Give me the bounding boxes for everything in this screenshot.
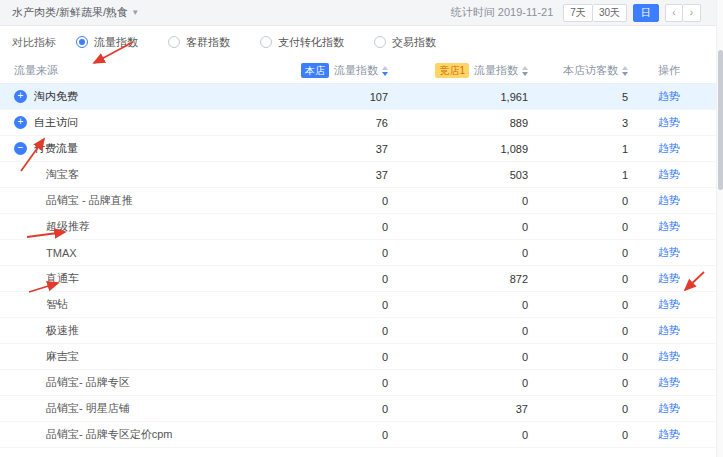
comp-index-value: 1,961 <box>393 91 533 103</box>
table-row[interactable]: 直通车 0 872 0 趋势 <box>0 266 723 292</box>
radio-icon <box>260 36 272 48</box>
trend-link[interactable]: 趋势 <box>658 246 680 258</box>
expand-icon[interactable]: + <box>14 116 27 129</box>
table-row[interactable]: − 付费流量 37 1,089 1 趋势 <box>0 136 723 162</box>
trend-link[interactable]: 趋势 <box>658 402 680 414</box>
own-visitors-value: 0 <box>533 351 633 363</box>
table-row[interactable]: 淘宝客 37 503 1 趋势 <box>0 162 723 188</box>
traffic-source-label: 超级推荐 <box>46 219 90 234</box>
trend-link[interactable]: 趋势 <box>658 272 680 284</box>
expand-icon[interactable]: + <box>14 90 27 103</box>
prev-date-button[interactable]: ‹ <box>665 4 683 22</box>
trend-link[interactable]: 趋势 <box>658 142 680 154</box>
radio-label: 流量指数 <box>94 35 138 50</box>
radio-label: 客群指数 <box>186 35 230 50</box>
trend-link[interactable]: 趋势 <box>658 116 680 128</box>
trend-link[interactable]: 趋势 <box>658 298 680 310</box>
own-index-value: 0 <box>278 273 393 285</box>
table-row[interactable]: 品销宝 - 品牌直推 0 0 0 趋势 <box>0 188 723 214</box>
traffic-source-label: 麻吉宝 <box>46 349 79 364</box>
traffic-source-label: 直通车 <box>46 271 79 286</box>
radio-icon <box>168 36 180 48</box>
own-visitors-value: 1 <box>533 169 633 181</box>
comp-index-value: 872 <box>393 273 533 285</box>
table-row[interactable]: + 淘内免费 107 1,961 5 趋势 <box>0 84 723 110</box>
category-selector[interactable]: 水产肉类/新鲜蔬果/熟食 ▼ <box>12 5 139 20</box>
table-row[interactable]: 品销宝- 品牌专区 0 0 0 趋势 <box>0 370 723 396</box>
scrollbar-thumb[interactable] <box>718 50 723 190</box>
comp-index-value: 0 <box>393 299 533 311</box>
table-row[interactable]: 智钻 0 0 0 趋势 <box>0 292 723 318</box>
table-row[interactable]: 麻吉宝 0 0 0 趋势 <box>0 344 723 370</box>
traffic-source-label: 品销宝- 明星店铺 <box>46 401 130 416</box>
table-row[interactable]: TMAX 0 0 0 趋势 <box>0 240 723 266</box>
compare-metric-bar: 对比指标 流量指数 客群指数 支付转化指数 交易指数 <box>0 26 723 58</box>
range-7d-button[interactable]: 7天 <box>563 4 593 22</box>
trend-link[interactable]: 趋势 <box>658 194 680 206</box>
next-date-button[interactable]: › <box>683 4 701 22</box>
own-index-value: 107 <box>278 91 393 103</box>
traffic-source-label: 淘内免费 <box>34 89 78 104</box>
range-day-button[interactable]: 日 <box>633 4 659 22</box>
traffic-source-label: 品销宝 - 品牌直推 <box>46 193 133 208</box>
col-action: 操作 <box>633 63 723 78</box>
compare-metric-label: 对比指标 <box>12 35 56 50</box>
comp-index-value: 1,089 <box>393 143 533 155</box>
traffic-source-label: 付费流量 <box>34 141 78 156</box>
own-visitors-value: 0 <box>533 325 633 337</box>
expand-icon[interactable]: − <box>14 142 27 155</box>
trend-link[interactable]: 趋势 <box>658 90 680 102</box>
traffic-source-label: 自主访问 <box>34 115 78 130</box>
comp-index-value: 889 <box>393 117 533 129</box>
comp-index-value: 503 <box>393 169 533 181</box>
trend-link[interactable]: 趋势 <box>658 428 680 440</box>
comp-index-value: 0 <box>393 325 533 337</box>
own-index-value: 0 <box>278 247 393 259</box>
traffic-source-table: 流量来源 本店 流量指数 竞店1 流量指数 本店访客数 操作 + 淘内免费 10… <box>0 58 723 448</box>
table-row[interactable]: 品销宝- 明星店铺 0 37 0 趋势 <box>0 396 723 422</box>
own-index-value: 0 <box>278 403 393 415</box>
col-own-visitors: 本店访客数 <box>533 63 633 78</box>
own-visitors-value: 3 <box>533 117 633 129</box>
trend-link[interactable]: 趋势 <box>658 220 680 232</box>
radio-conversion-index[interactable]: 支付转化指数 <box>260 35 344 50</box>
date-nav-group: ‹ › <box>665 4 701 22</box>
table-row[interactable]: 极速推 0 0 0 趋势 <box>0 318 723 344</box>
comp-index-value: 37 <box>393 403 533 415</box>
sort-visitors-icon[interactable] <box>622 66 628 76</box>
trend-link[interactable]: 趋势 <box>658 168 680 180</box>
radio-customer-index[interactable]: 客群指数 <box>168 35 230 50</box>
radio-label: 支付转化指数 <box>278 35 344 50</box>
own-index-value: 0 <box>278 221 393 233</box>
stat-time-label: 统计时间 2019-11-21 <box>451 5 554 20</box>
table-row[interactable]: 品销宝- 品牌专区定价cpm 0 0 0 趋势 <box>0 422 723 448</box>
own-visitors-value: 1 <box>533 143 633 155</box>
table-row[interactable]: 超级推荐 0 0 0 趋势 <box>0 214 723 240</box>
trend-link[interactable]: 趋势 <box>658 324 680 336</box>
own-index-value: 0 <box>278 299 393 311</box>
traffic-source-label: 智钻 <box>46 297 68 312</box>
topbar-right: 统计时间 2019-11-21 7天 30天 日 ‹ › <box>451 4 711 22</box>
col-own-index-label: 流量指数 <box>334 63 378 78</box>
table-row[interactable]: + 自主访问 76 889 3 趋势 <box>0 110 723 136</box>
trend-link[interactable]: 趋势 <box>658 350 680 362</box>
vertical-scrollbar <box>716 0 723 457</box>
traffic-source-label: TMAX <box>46 247 77 259</box>
radio-traffic-index[interactable]: 流量指数 <box>76 35 138 50</box>
sort-comp-index-icon[interactable] <box>522 66 528 76</box>
own-visitors-value: 0 <box>533 273 633 285</box>
competitor-badge: 竞店1 <box>435 63 469 78</box>
own-visitors-value: 0 <box>533 429 633 441</box>
sort-own-index-icon[interactable] <box>382 66 388 76</box>
trend-link[interactable]: 趋势 <box>658 376 680 388</box>
radio-trade-index[interactable]: 交易指数 <box>374 35 436 50</box>
own-index-value: 0 <box>278 351 393 363</box>
table-body: + 淘内免费 107 1,961 5 趋势 + 自主访问 76 889 3 趋势… <box>0 84 723 448</box>
range-30d-button[interactable]: 30天 <box>593 4 627 22</box>
col-comp-index-label: 流量指数 <box>474 63 518 78</box>
comp-index-value: 0 <box>393 351 533 363</box>
own-shop-badge: 本店 <box>301 63 329 78</box>
range-button-group: 7天 30天 <box>563 4 627 22</box>
col-own-index: 本店 流量指数 <box>278 63 393 78</box>
topbar: 水产肉类/新鲜蔬果/熟食 ▼ 统计时间 2019-11-21 7天 30天 日 … <box>0 0 723 26</box>
